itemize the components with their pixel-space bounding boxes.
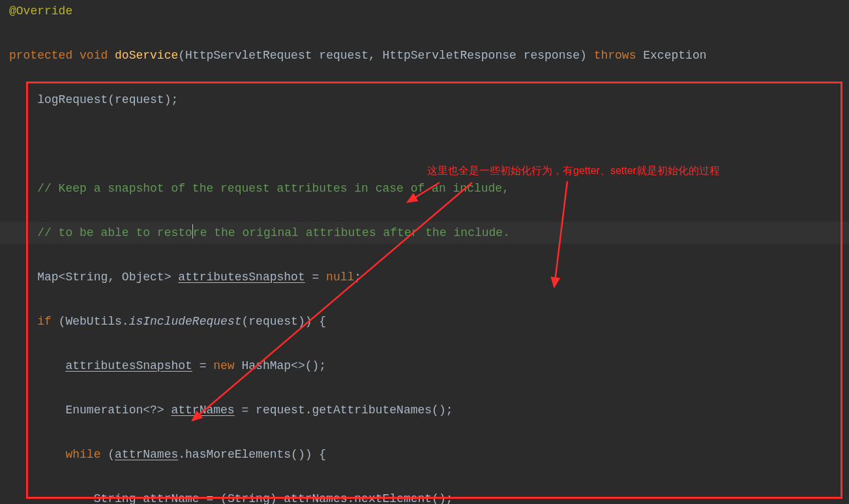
punct: ( <box>178 49 185 62</box>
punct: ( <box>100 448 115 461</box>
code-block[interactable]: @Override protected void doService(HttpS… <box>0 0 849 504</box>
code-line[interactable]: if (WebUtils.isIncludeRequest(request)) … <box>0 310 849 333</box>
stmt-logrequest: logRequest(request); <box>37 93 178 106</box>
text: = request.getAttributeNames(); <box>235 404 453 417</box>
code-line[interactable]: Map<String, Object> attributesSnapshot =… <box>0 266 849 288</box>
param-name: request <box>319 49 368 62</box>
punct: = <box>192 359 213 372</box>
var-attributesSnapshot: attributesSnapshot <box>178 271 305 284</box>
text: = (String) <box>200 492 284 504</box>
punct: = <box>305 271 326 284</box>
code-editor[interactable]: @Override protected void doService(HttpS… <box>0 0 849 504</box>
kw-throws: throws <box>594 49 636 62</box>
code-line[interactable]: attributesSnapshot = new HashMap<>(); <box>0 355 849 377</box>
kw-while: while <box>65 448 100 461</box>
exception-type: Exception <box>636 49 706 62</box>
decl: String <box>94 492 143 504</box>
text: .hasMoreElements()) { <box>178 448 326 461</box>
punct: ) <box>580 49 594 62</box>
method-name: doService <box>115 49 178 62</box>
param-type: HttpServletResponse <box>383 49 516 62</box>
static-method: isIncludeRequest <box>129 315 242 328</box>
code-line-highlighted[interactable]: // to be able to restore the original at… <box>0 222 849 244</box>
text: .nextElement(); <box>348 492 453 504</box>
var-attributesSnapshot: attributesSnapshot <box>65 359 192 372</box>
var-attrNames: attrNames <box>171 404 234 417</box>
var-attrNames: attrNames <box>115 448 178 461</box>
code-line[interactable]: @Override <box>0 0 849 22</box>
code-line[interactable]: protected void doService(HttpServletRequ… <box>0 44 849 67</box>
kw-void: void <box>80 49 108 62</box>
code-line[interactable]: while (attrNames.hasMoreElements()) { <box>0 443 849 466</box>
var-attrNames: attrNames <box>284 492 347 504</box>
kw-protected: protected <box>9 49 72 62</box>
text: (request)) { <box>241 315 326 328</box>
annotation-override: @Override <box>9 5 72 18</box>
decl: Map<String, Object> <box>37 271 178 284</box>
code-line[interactable]: logRequest(request); <box>0 89 849 111</box>
decl: Enumeration<?> <box>65 404 171 417</box>
punct: , <box>368 49 383 62</box>
code-line[interactable] <box>0 133 849 155</box>
kw-if: if <box>37 315 52 328</box>
code-line[interactable]: // Keep a snapshot of the request attrib… <box>0 177 849 200</box>
comment: // Keep a snapshot of the request attrib… <box>37 182 509 195</box>
kw-new: new <box>213 359 234 372</box>
comment: // to be able to restore the original at… <box>37 226 510 239</box>
text: (WebUtils. <box>52 315 129 328</box>
text: HashMap<>(); <box>235 359 326 372</box>
param-type: HttpServletRequest <box>185 49 312 62</box>
param-name: response <box>524 49 580 62</box>
code-line[interactable]: Enumeration<?> attrNames = request.getAt… <box>0 399 849 421</box>
code-line[interactable]: String attrName = (String) attrNames.nex… <box>0 488 849 504</box>
kw-null: null <box>326 271 354 284</box>
punct: ; <box>354 271 361 284</box>
var-attrName: attrName <box>143 492 199 504</box>
